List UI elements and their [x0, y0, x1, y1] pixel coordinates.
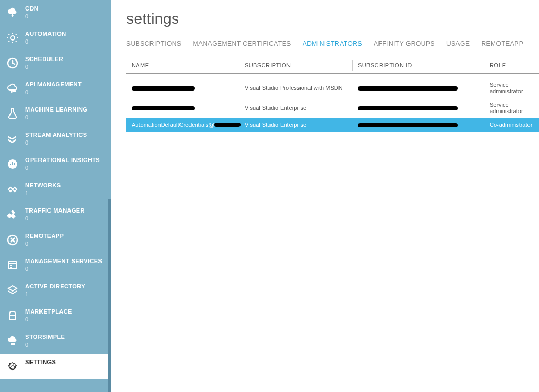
insights-icon [5, 157, 20, 172]
redacted-text [358, 86, 458, 91]
sidebar-item-count: 0 [25, 316, 72, 323]
table-row[interactable]: Visual Studio EnterpriseService administ… [126, 98, 539, 118]
cloud-bolt-icon [5, 5, 20, 20]
sidebar-item-label: TRAFFIC MANAGER [25, 207, 85, 214]
cell-subscription-id [358, 105, 490, 111]
redacted-text [214, 123, 241, 127]
sidebar-item-label: MARKETPLACE [25, 308, 72, 315]
cell-role: Co-administrator [490, 122, 534, 128]
redacted-text [358, 106, 458, 110]
sidebar-item-label: REMOTEAPP [25, 233, 64, 239]
sidebar-item-count: 0 [25, 266, 102, 273]
sidebar-item-label: STREAM ANALYTICS [25, 132, 87, 138]
marketplace-icon [5, 308, 20, 323]
redacted-text [132, 106, 195, 110]
mgmt-services-icon [5, 258, 20, 273]
sidebar-item-label: MACHINE LEARNING [25, 106, 87, 113]
cell-subscription-id [358, 122, 490, 128]
table-row[interactable]: AutomationDefaultCredentials@Visual Stud… [126, 118, 539, 132]
tab-remoteapp[interactable]: REMOTEAPP [481, 40, 523, 47]
sidebar-item-count: 0 [25, 165, 100, 172]
sidebar-item-settings[interactable]: SETTINGS [0, 354, 111, 379]
redacted-text [132, 86, 195, 91]
sidebar-item-marketplace[interactable]: MARKETPLACE0 [0, 303, 111, 328]
cell-name: AutomationDefaultCredentials@ [132, 122, 245, 128]
sidebar-item-count: 0 [25, 139, 87, 146]
cloud-key-icon [5, 81, 20, 96]
sidebar-item-count: 0 [25, 114, 87, 121]
col-subscription-id[interactable]: SUBSCRIPTION ID [358, 62, 490, 68]
cell-subscription: Visual Studio Enterprise [245, 122, 358, 128]
flask-icon [5, 106, 20, 121]
cell-name [132, 85, 245, 91]
sidebar-item-remoteapp[interactable]: REMOTEAPP0 [0, 227, 111, 253]
sidebar-item-count: 0 [25, 13, 38, 20]
cell-subscription: Visual Studio Professional with MSDN [245, 85, 358, 91]
sidebar: CDN0AUTOMATION0SCHEDULER0API MANAGEMENT0… [0, 0, 111, 392]
settings-tabs: SUBSCRIPTIONSMANAGEMENT CERTIFICATESADMI… [126, 40, 539, 47]
sidebar-item-count: 0 [25, 38, 66, 45]
sidebar-item-networks[interactable]: NETWORKS1 [0, 177, 111, 202]
sidebar-item-active-directory[interactable]: ACTIVE DIRECTORY1 [0, 278, 111, 303]
tab-usage[interactable]: USAGE [446, 40, 470, 47]
storsimple-icon [5, 334, 20, 348]
tab-subscriptions[interactable]: SUBSCRIPTIONS [126, 40, 182, 47]
col-subscription[interactable]: SUBSCRIPTION [245, 62, 358, 68]
sidebar-item-label: MANAGEMENT SERVICES [25, 258, 102, 265]
main-content: settings SUBSCRIPTIONSMANAGEMENT CERTIFI… [111, 0, 539, 392]
cell-role: Service administrator [490, 102, 534, 114]
sidebar-item-count: 0 [25, 64, 63, 71]
sidebar-item-label: AUTOMATION [25, 31, 66, 37]
sidebar-item-label: API MANAGEMENT [25, 81, 82, 88]
page-title: settings [126, 11, 539, 27]
sidebar-item-management-services[interactable]: MANAGEMENT SERVICES0 [0, 253, 111, 278]
sidebar-item-cdn[interactable]: CDN0 [0, 0, 111, 25]
sidebar-item-count: 0 [25, 240, 64, 247]
network-icon [5, 182, 20, 197]
sidebar-item-label: ACTIVE DIRECTORY [25, 283, 85, 290]
sidebar-item-label: OPERATIONAL INSIGHTS [25, 157, 100, 164]
cell-subscription: Visual Studio Enterprise [245, 105, 358, 111]
cell-name-text: AutomationDefaultCredentials@ [132, 122, 214, 128]
col-role[interactable]: ROLE [490, 62, 534, 68]
sidebar-item-label: SETTINGS [25, 359, 56, 366]
sidebar-item-count: 0 [25, 89, 82, 96]
sidebar-item-scheduler[interactable]: SCHEDULER0 [0, 51, 111, 76]
sidebar-item-api-management[interactable]: API MANAGEMENT0 [0, 76, 111, 101]
sidebar-item-count: 0 [25, 215, 85, 222]
redacted-text [358, 123, 458, 127]
sidebar-item-label: NETWORKS [25, 182, 61, 189]
stream-icon [5, 132, 20, 146]
traffic-icon [5, 207, 20, 222]
col-name[interactable]: NAME [132, 62, 245, 68]
sidebar-item-operational-insights[interactable]: OPERATIONAL INSIGHTS0 [0, 152, 111, 177]
cell-name [132, 105, 245, 111]
sidebar-item-storsimple[interactable]: STORSIMPLE0 [0, 328, 111, 354]
gear-icon [5, 359, 20, 374]
tab-administrators[interactable]: ADMINISTRATORS [303, 40, 362, 47]
cell-subscription-id [358, 85, 490, 91]
gear-sparkle-icon [5, 31, 20, 45]
sidebar-item-count: 1 [25, 291, 85, 298]
active-directory-icon [5, 283, 20, 298]
sidebar-item-count: 1 [25, 190, 61, 197]
table-header-row: NAME SUBSCRIPTION SUBSCRIPTION ID ROLE [126, 58, 539, 74]
sidebar-item-traffic-manager[interactable]: TRAFFIC MANAGER0 [0, 202, 111, 227]
sidebar-item-label: SCHEDULER [25, 56, 63, 63]
remoteapp-icon [5, 233, 20, 247]
sidebar-item-label: CDN [25, 5, 38, 12]
tab-affinity-groups[interactable]: AFFINITY GROUPS [374, 40, 435, 47]
administrators-table: NAME SUBSCRIPTION SUBSCRIPTION ID ROLE V… [126, 58, 539, 132]
sidebar-item-stream-analytics[interactable]: STREAM ANALYTICS0 [0, 126, 111, 152]
table-row[interactable]: Visual Studio Professional with MSDNServ… [126, 78, 539, 98]
sidebar-item-automation[interactable]: AUTOMATION0 [0, 25, 111, 51]
sidebar-item-label: STORSIMPLE [25, 334, 65, 340]
sidebar-item-count: 0 [25, 341, 65, 348]
tab-management-certificates[interactable]: MANAGEMENT CERTIFICATES [193, 40, 291, 47]
clock-icon [5, 56, 20, 71]
cell-role: Service administrator [490, 82, 534, 94]
sidebar-item-machine-learning[interactable]: MACHINE LEARNING0 [0, 101, 111, 126]
